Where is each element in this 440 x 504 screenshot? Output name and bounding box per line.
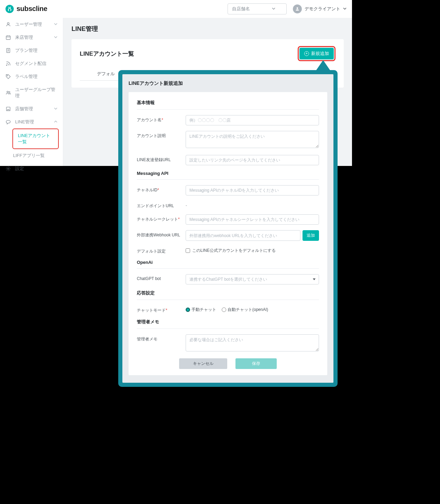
section-reply: 応答設定 <box>137 290 319 300</box>
chevron-up-icon <box>54 120 57 124</box>
brand-logo: subscline <box>6 5 47 13</box>
label-account-desc: アカウント説明 <box>137 131 186 139</box>
label-account-name: アカウント名* <box>137 115 186 123</box>
user-name-label: デモクライアント <box>305 6 340 12</box>
cancel-button[interactable]: キャンセル <box>179 358 227 369</box>
label-chat-mode: チャットモード* <box>137 305 186 313</box>
page-title: LINE管理 <box>72 25 344 33</box>
store-selector[interactable]: 自店舗名 <box>228 3 287 14</box>
value-endpoint: - <box>186 201 319 208</box>
svg-point-7 <box>9 91 10 92</box>
label-admin-memo: 管理者メモ <box>137 334 186 342</box>
add-button-highlight: + 新規追加 <box>298 46 336 61</box>
sidebar-sub-liff-apps[interactable]: LIFFアプリ一覧 <box>8 149 63 162</box>
logo-icon <box>6 5 14 13</box>
sidebar-item-label-mgmt[interactable]: ラベル管理 <box>0 70 63 83</box>
sidebar-item-line-mgmt[interactable]: LINE管理 <box>0 115 63 128</box>
label-chatgpt: ChatGPT bot <box>137 274 186 281</box>
rss-icon <box>6 61 11 66</box>
label-channel-id: チャネルID* <box>137 185 186 193</box>
document-icon <box>6 48 11 53</box>
chevron-down-icon <box>54 35 57 40</box>
section-basic: 基本情報 <box>137 100 319 110</box>
label-default-setting: デフォルト設定 <box>137 246 186 254</box>
add-webhook-button[interactable]: 追加 <box>302 230 319 241</box>
label-endpoint: エンドポイントURL <box>137 201 186 209</box>
svg-point-5 <box>7 75 8 76</box>
user-menu[interactable]: デモクライアント <box>293 4 346 13</box>
sidebar-item-segment[interactable]: セグメント配信 <box>0 57 63 70</box>
section-messaging: Messaging API <box>137 171 319 180</box>
svg-rect-2 <box>6 36 10 40</box>
store-icon <box>6 106 11 112</box>
input-channel-secret[interactable] <box>186 214 319 225</box>
radio-auto-chat[interactable]: 自動チャット(openAI) <box>222 307 268 313</box>
app-header: subscline 自店舗名 デモクライアント <box>0 0 352 18</box>
callout-arrow-icon <box>316 60 331 71</box>
section-memo: 管理者メモ <box>137 319 319 329</box>
radio-manual-chat[interactable]: 手動チャット <box>186 307 216 313</box>
input-webhook[interactable] <box>186 230 300 241</box>
chat-icon <box>6 119 11 125</box>
calendar-icon <box>6 35 11 40</box>
input-channel-id[interactable] <box>186 185 319 195</box>
add-new-button[interactable]: + 新規追加 <box>299 48 334 59</box>
brand-name: subscline <box>16 5 47 13</box>
modal-callout-frame: LINEアカウント新規追加 基本情報 アカウント名* アカウント説明 LINE友… <box>118 70 338 387</box>
chevron-down-icon <box>54 107 57 111</box>
input-account-name[interactable] <box>186 115 319 125</box>
input-admin-memo[interactable] <box>186 334 319 351</box>
modal-title: LINEアカウント新規追加 <box>129 80 327 87</box>
tag-icon <box>6 74 11 79</box>
label-channel-secret: チャネルシークレット* <box>137 214 186 222</box>
svg-point-4 <box>6 65 7 66</box>
sidebar: ユーザー管理 来店管理 プラン管理 セグメント配信 <box>0 18 63 166</box>
checkbox-default[interactable] <box>186 248 190 253</box>
svg-point-0 <box>297 7 298 9</box>
plus-circle-icon: + <box>304 51 309 56</box>
input-friend-url[interactable] <box>186 155 319 165</box>
section-openai: OpenAi <box>137 260 319 269</box>
input-account-desc[interactable] <box>186 131 319 148</box>
label-webhook: 外部連携Webhook URL <box>137 230 186 238</box>
svg-point-8 <box>8 168 9 169</box>
sidebar-item-store-mgmt[interactable]: 店舗管理 <box>0 102 63 115</box>
user-icon <box>6 22 11 27</box>
sidebar-item-plan-mgmt[interactable]: プラン管理 <box>0 44 63 57</box>
svg-point-6 <box>7 91 8 92</box>
svg-point-1 <box>7 23 9 24</box>
sidebar-item-visit-mgmt[interactable]: 来店管理 <box>0 31 63 44</box>
avatar-icon <box>293 4 302 13</box>
checkbox-default-label: このLINE公式アカウントをデフォルトにする <box>192 248 276 254</box>
sidebar-item-settings[interactable]: 設定 <box>0 162 63 175</box>
chevron-down-icon <box>54 22 57 26</box>
save-button[interactable]: 保存 <box>235 358 277 369</box>
chevron-down-icon <box>272 6 275 11</box>
card-title: LINEアカウント一覧 <box>80 50 134 58</box>
new-line-account-modal: LINEアカウント新規追加 基本情報 アカウント名* アカウント説明 LINE友… <box>122 74 333 383</box>
store-selector-placeholder: 自店舗名 <box>232 6 250 12</box>
gear-icon <box>6 166 11 171</box>
select-chatgpt-bot[interactable]: 連携するChatGPT botを選択してください <box>186 274 319 284</box>
chevron-down-icon <box>343 6 346 11</box>
users-icon <box>6 90 11 96</box>
label-friend-url: LINE友達登録URL <box>137 155 186 163</box>
sidebar-item-user-mgmt[interactable]: ユーザー管理 <box>0 18 63 31</box>
sidebar-sub-line-accounts[interactable]: LINEアカウント一覧 <box>13 129 58 148</box>
sidebar-item-user-group[interactable]: ユーザーグループ管理 <box>0 83 63 102</box>
